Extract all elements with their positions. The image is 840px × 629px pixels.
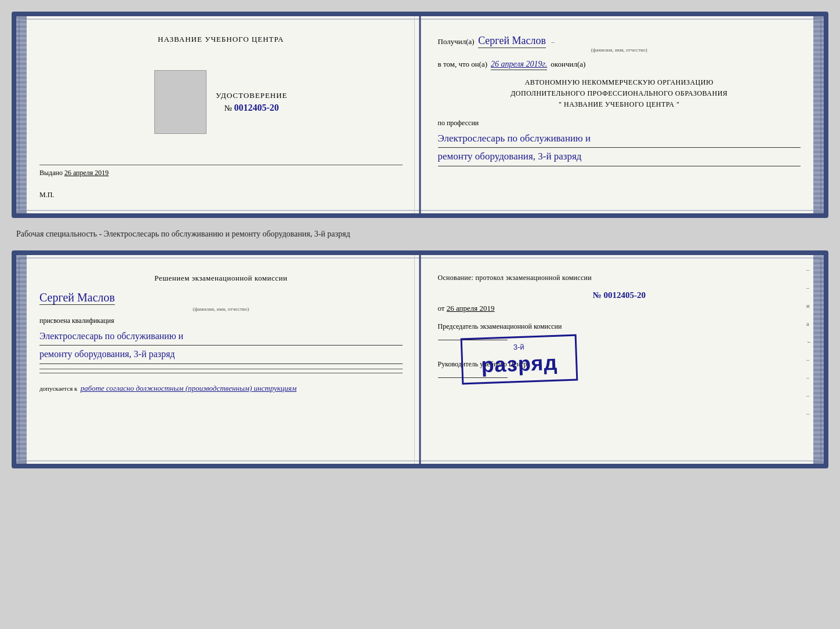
poluchil-label: Получил(а) (438, 37, 475, 46)
mark1: – (806, 267, 812, 273)
number-prefix: № (225, 104, 232, 112)
between-text: Рабочая специальность - Электрослесарь п… (12, 227, 828, 241)
org-block: АВТОНОМНУЮ НЕКОММЕРЧЕСКУЮ ОРГАНИЗАЦИЮ ДО… (438, 77, 801, 111)
top-cert-right: Получил(а) Сергей Маслов – (фамилия, имя… (415, 16, 824, 213)
right-edge-marks: – – и а ← – – – – (806, 267, 812, 417)
bottom-right-strip (813, 255, 824, 464)
udostoverenie-label: УДОСТОВЕРЕНИЕ (216, 91, 288, 100)
resheniem-title: Решением экзаменационной комиссии (39, 274, 403, 283)
org-line2: ДОПОЛНИТЕЛЬНОГО ПРОФЕССИОНАЛЬНОГО ОБРАЗО… (510, 89, 727, 97)
mark3: и (806, 303, 812, 309)
org-line1: АВТОНОМНУЮ НЕКОММЕРЧЕСКУЮ ОРГАНИЗАЦИЮ (525, 78, 714, 86)
vtom-suffix: окончил(а) (551, 60, 585, 69)
bottom-cert-left: Решением экзаменационной комиссии Сергей… (16, 255, 415, 464)
ot-prefix: от (438, 304, 445, 312)
protocol-number: № 0012405-20 (438, 290, 801, 300)
udostoverenie-section: УДОСТОВЕРЕНИЕ № 0012405-20 (154, 70, 288, 134)
bottom-name-block: Сергей Маслов (фамилия, имя, отчество) (39, 291, 403, 312)
chairman-label: Председатель экзаменационной комиссии (438, 322, 562, 330)
bottom-certificate: Решением экзаменационной комиссии Сергей… (12, 250, 828, 468)
cert-number-line: № 0012405-20 (216, 103, 288, 113)
top-cert-left: НАЗВАНИЕ УЧЕБНОГО ЦЕНТРА УДОСТОВЕРЕНИЕ №… (16, 16, 415, 213)
vydano-label: Выдано (39, 169, 63, 177)
bottom-cert-right: Основание: протокол экзаменационной коми… (415, 255, 824, 464)
profession-line1: Электрослесарь по обслуживанию и (438, 130, 801, 148)
vtom-date: 26 апреля 2019г. (491, 60, 547, 70)
right-decorative-strip (813, 16, 824, 213)
recipient-name-top: Сергей Маслов (478, 35, 546, 48)
mark6: – (806, 357, 812, 363)
vydano-date: 26 апреля 2019 (64, 169, 108, 177)
mark5: ← (806, 339, 812, 345)
ot-date: 26 апреля 2019 (447, 304, 495, 312)
profession-line2: ремонту оборудования, 3-й разряд (438, 148, 801, 166)
vydano-line: Выдано 26 апреля 2019 (39, 169, 403, 177)
po-professii: по профессии (438, 119, 801, 128)
mark9: – (806, 410, 812, 417)
protocol-prefix: № (593, 290, 602, 300)
page-wrapper: НАЗВАНИЕ УЧЕБНОГО ЦЕНТРА УДОСТОВЕРЕНИЕ №… (12, 12, 828, 468)
recipient-name-bottom: Сергей Маслов (39, 291, 115, 305)
signature-area-left: Выдано 26 апреля 2019 (39, 161, 403, 177)
org-line3: " НАЗВАНИЕ УЧЕБНОГО ЦЕНТРА " (559, 100, 679, 108)
qual-line1: Электрослесарь по обслуживанию и (39, 328, 403, 346)
prisvoena-label: присвоена квалификация (39, 317, 403, 325)
mark8: – (806, 392, 812, 399)
protocol-num-value: 0012405-20 (603, 290, 646, 300)
training-center-title: НАЗВАНИЕ УЧЕБНОГО ЦЕНТРА (158, 35, 284, 44)
top-certificate: НАЗВАНИЕ УЧЕБНОГО ЦЕНТРА УДОСТОВЕРЕНИЕ №… (12, 12, 828, 218)
photo-placeholder (154, 70, 207, 134)
cert-number: 0012405-20 (234, 103, 279, 112)
poluchil-line: Получил(а) Сергей Маслов – (фамилия, имя… (438, 35, 801, 53)
stamp-main: разряд (480, 350, 557, 378)
osnovanie-line: Основание: протокол экзаменационной коми… (438, 274, 801, 282)
dopusk-prefix: допускается к (39, 385, 77, 392)
vtom-line: в том, что он(а) 26 апреля 2019г. окончи… (438, 60, 801, 70)
grade-stamp: 3-й разряд (460, 335, 578, 385)
dash-separator: – (550, 38, 555, 45)
mark2: – (806, 285, 812, 291)
mark4: а (806, 321, 812, 327)
stamp-inner: 3-й разряд (480, 341, 558, 377)
fio-label-bottom: (фамилия, имя, отчество) (39, 306, 403, 312)
mp-label: М.П. (39, 191, 54, 199)
qual-line2: ремонту оборудования, 3-й разряд (39, 346, 403, 363)
dopusk-block: допускается к работе согласно должностны… (39, 383, 403, 394)
udostoverenie-text: УДОСТОВЕРЕНИЕ № 0012405-20 (216, 91, 288, 113)
mark7: – (806, 375, 812, 381)
dopusk-text: работе согласно должностным (производств… (81, 384, 296, 392)
ot-line: от 26 апреля 2019 (438, 304, 801, 313)
vtom-prefix: в том, что он(а) (438, 60, 488, 69)
